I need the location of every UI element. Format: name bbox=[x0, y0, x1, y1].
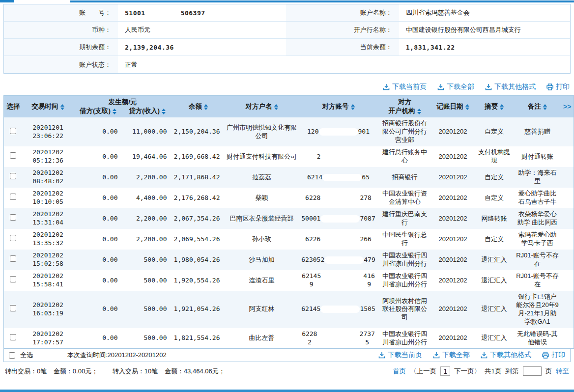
transaction-table: 选择 交易时间 发生额/元 余额 对方户名 对方账号 对方 开户机构 bbox=[3, 95, 574, 349]
bank-name-value: 中国建设银行股份有限公司西昌月城支行 bbox=[399, 22, 570, 38]
sort-up-arrow bbox=[113, 109, 116, 111]
first-page-link[interactable]: 首页 bbox=[393, 367, 406, 376]
cell-transaction-time: 2020120216:03:19 bbox=[23, 291, 74, 328]
row-checkbox[interactable] bbox=[10, 194, 16, 200]
download-toolbar-top: 下载当前页 下载全部 下载其他格式 打印 bbox=[3, 83, 570, 91]
cell-balance: 2,169,668.42 bbox=[172, 146, 225, 167]
col-header-party-name[interactable]: 对方户名 bbox=[225, 96, 299, 118]
cell-more bbox=[561, 146, 574, 167]
more-columns-link[interactable]: >> bbox=[561, 96, 574, 118]
sort-icon[interactable] bbox=[274, 104, 278, 110]
row-checkbox[interactable] bbox=[10, 214, 16, 221]
row-checkbox[interactable] bbox=[10, 255, 16, 262]
sort-icon[interactable] bbox=[204, 104, 208, 110]
transaction-summary: 转出交易：0笔 金额：0.00元； 转入交易：10笔 金额：43,464.06元… bbox=[5, 367, 238, 376]
sort-icon[interactable] bbox=[351, 104, 355, 110]
row-checkbox[interactable] bbox=[10, 152, 16, 159]
col-header-debit[interactable]: 借方(支取) bbox=[74, 107, 123, 117]
download-other-format-link[interactable]: 下载其他格式 bbox=[481, 351, 531, 360]
sort-icon[interactable] bbox=[500, 104, 504, 110]
sort-icon[interactable] bbox=[113, 109, 116, 114]
goto-page-button[interactable]: 转至 bbox=[556, 367, 569, 376]
info-row-balance: 期初余额： 2,139,204.36 当前余额： 1,831,341.22 bbox=[4, 39, 570, 56]
cell-more bbox=[561, 328, 574, 349]
col-header-remark[interactable]: 备注 bbox=[514, 96, 561, 118]
row-checkbox[interactable] bbox=[10, 276, 16, 282]
redaction-blob bbox=[323, 277, 362, 284]
col-header-balance[interactable]: 余额 bbox=[172, 96, 225, 118]
sort-up-arrow bbox=[204, 104, 208, 107]
redaction-blob bbox=[322, 174, 362, 181]
cell-summary: 退汇汇入 bbox=[475, 328, 514, 349]
cell-summary: 支付机构提现 bbox=[475, 146, 514, 167]
cell-debit: 0.00 bbox=[74, 188, 123, 208]
download-current-page-link[interactable]: 下载当前页 bbox=[383, 83, 427, 91]
cell-booking-date: 20201202 bbox=[431, 229, 475, 250]
cell-party-name: 巴南区衣朵服装经营部 bbox=[225, 208, 299, 229]
row-checkbox[interactable] bbox=[10, 173, 16, 179]
row-checkbox[interactable] bbox=[10, 334, 16, 340]
download-all-link[interactable]: 下载全部 bbox=[437, 83, 474, 91]
goto-page-unit: 页 bbox=[545, 367, 552, 376]
transaction-table-body: 2020120123:06:22 0.00 11,000.00 2,150,20… bbox=[4, 117, 574, 349]
cell-party-account: 6228227375 bbox=[299, 328, 378, 349]
sort-icon[interactable] bbox=[465, 104, 469, 110]
cell-party-account: 2 bbox=[299, 146, 378, 167]
table-row: 2020120205:12:36 0.00 19,464.06 2,169,66… bbox=[4, 146, 574, 167]
cell-party-name: 沙马加加 bbox=[225, 250, 299, 270]
sort-icon[interactable] bbox=[162, 109, 166, 114]
cell-party-bank: 招商银行股份有限公司广州分行营业部 bbox=[378, 117, 431, 146]
cell-more bbox=[561, 167, 574, 188]
query-time-text: 本次查询时间:20201202-20201202 bbox=[67, 351, 167, 360]
table-row: 2020120217:07:57 0.00 500.00 1,821,554.2… bbox=[4, 328, 574, 349]
cell-select bbox=[4, 208, 23, 229]
cell-select bbox=[4, 270, 23, 291]
cell-party-account: 623052479 bbox=[299, 250, 378, 270]
print-link[interactable]: 打印 bbox=[546, 83, 570, 91]
cell-select bbox=[4, 117, 23, 146]
col-header-booking-date[interactable]: 记账日期 bbox=[431, 96, 475, 118]
goto-page-input[interactable] bbox=[523, 366, 542, 376]
col-header-party-bank[interactable]: 对方 开户机构 bbox=[378, 96, 431, 118]
cell-party-bank: 中国农业银行资金清算中心 bbox=[378, 188, 431, 208]
download-current-page-link[interactable]: 下载当前页 bbox=[378, 351, 422, 360]
account-status-value: 正常 bbox=[118, 56, 286, 73]
active-tab-gap bbox=[14, 0, 70, 2]
cell-balance: 2,176,268.42 bbox=[172, 188, 225, 208]
cell-transaction-time: 2020120123:06:22 bbox=[23, 117, 74, 146]
next-page-link[interactable]: 下一页〉 bbox=[454, 367, 481, 376]
cell-debit: 0.00 bbox=[74, 250, 123, 270]
print-link[interactable]: 打印 bbox=[542, 351, 565, 360]
cell-balance: 1,980,054.26 bbox=[172, 250, 225, 270]
download-toolbar-bottom: 下载当前页 下载全部 下载其他格式 打印 bbox=[378, 351, 565, 360]
sort-icon[interactable] bbox=[543, 104, 547, 110]
col-header-credit[interactable]: 贷方(收入) bbox=[123, 107, 172, 117]
sort-icon[interactable] bbox=[60, 104, 64, 110]
opening-balance-value: 2,139,204.36 bbox=[118, 39, 286, 56]
col-header-time[interactable]: 交易时间 bbox=[23, 96, 74, 118]
info-row-currency: 币种： 人民币元 开户行名称： 中国建设银行股份有限公司西昌月城支行 bbox=[4, 22, 570, 39]
row-checkbox[interactable] bbox=[10, 305, 16, 311]
out-amount-text: 金额：0.00元； bbox=[54, 367, 98, 375]
download-all-link[interactable]: 下载全部 bbox=[433, 351, 470, 360]
cell-debit: 0.00 bbox=[74, 208, 123, 229]
cell-balance: 2,171,868.42 bbox=[172, 167, 225, 188]
download-icon bbox=[383, 84, 390, 90]
prev-page-link[interactable]: 〈上一页 bbox=[410, 367, 436, 376]
cell-more bbox=[561, 208, 574, 229]
select-all-checkbox[interactable] bbox=[9, 352, 15, 359]
col-header-party-account[interactable]: 对方账号 bbox=[299, 96, 378, 118]
download-other-format-link[interactable]: 下载其他格式 bbox=[485, 83, 536, 91]
cell-remark: 索玛花爱心助学马卡子西 bbox=[514, 229, 561, 250]
sort-up-arrow bbox=[417, 109, 421, 111]
cell-credit: 2,200.00 bbox=[123, 208, 172, 229]
row-checkbox[interactable] bbox=[10, 235, 16, 241]
sort-icon[interactable] bbox=[417, 109, 421, 114]
cell-summary: 自定义 bbox=[475, 188, 514, 208]
row-checkbox[interactable] bbox=[10, 128, 16, 134]
table-row: 2020120216:03:19 0.00 500.00 1,921,054.2… bbox=[4, 291, 574, 328]
bank-name-label: 开户行名称： bbox=[286, 22, 399, 38]
empty-label bbox=[286, 56, 399, 73]
col-header-summary[interactable]: 摘要 bbox=[475, 96, 514, 118]
cell-party-name: 孙小玫 bbox=[225, 229, 299, 250]
